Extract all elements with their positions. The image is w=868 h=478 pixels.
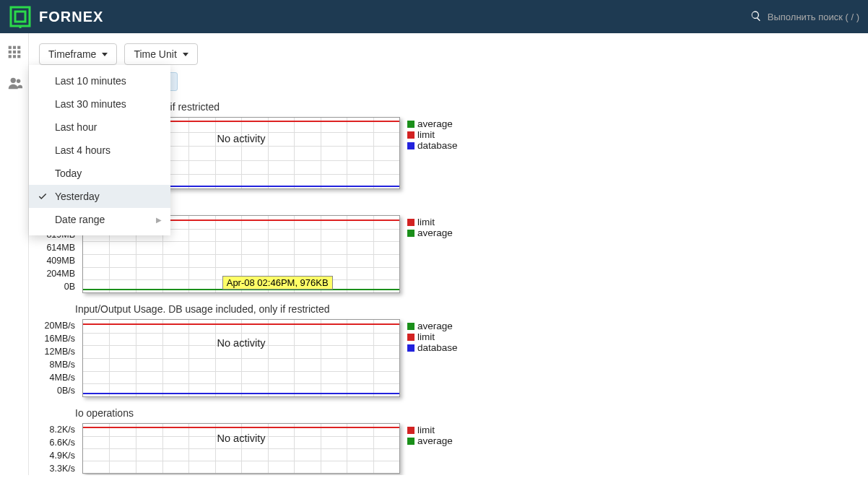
timeunit-dropdown-button[interactable]: Time Unit — [124, 43, 197, 65]
search-placeholder-text: Выполнить поиск ( / ) — [768, 12, 859, 22]
chart-title: Io operations — [39, 407, 858, 419]
brand-name: FORNEX — [39, 9, 103, 25]
dropdown-item-label: Date range — [55, 214, 105, 225]
y-tick: 0B/s — [39, 384, 75, 397]
chart-line-red — [83, 427, 399, 428]
no-activity-text: No activity — [217, 337, 266, 349]
y-tick: 4MB/s — [39, 371, 75, 384]
users-icon[interactable] — [7, 75, 22, 90]
no-activity-text: No activity — [217, 133, 266, 144]
y-tick: 16MB/s — [39, 332, 75, 345]
dropdown-item-last-10-minutes[interactable]: Last 10 minutes — [29, 69, 170, 92]
y-tick: 20MB/s — [39, 319, 75, 332]
legend-label: average — [417, 435, 453, 446]
timeframe-dropdown-menu: Last 10 minutesLast 30 minutesLast hourL… — [29, 65, 170, 235]
legend-item: database — [407, 342, 458, 353]
y-tick: 409MB — [39, 254, 75, 267]
brand-logo-icon — [9, 5, 32, 28]
dropdown-item-date-range[interactable]: Date range▶ — [29, 208, 170, 231]
legend-label: average — [417, 321, 453, 331]
legend-label: average — [417, 118, 453, 129]
app-header: FORNEX Выполнить поиск ( / ) — [0, 0, 868, 33]
chevron-right-icon: ▶ — [156, 216, 162, 224]
svg-rect-6 — [17, 46, 20, 49]
legend-color-swatch — [407, 131, 415, 139]
dropdown-item-label: Last 30 minutes — [55, 98, 126, 110]
svg-rect-11 — [12, 55, 15, 58]
legend-label: average — [417, 227, 453, 238]
legend-color-swatch — [407, 438, 415, 445]
dropdown-item-label: Last 4 hours — [55, 144, 110, 156]
y-tick: 8MB/s — [39, 358, 75, 371]
legend-item: average — [407, 227, 453, 238]
chart-legend: limitaverage — [407, 215, 453, 238]
search-area[interactable]: Выполнить поиск ( / ) — [750, 10, 859, 24]
legend-color-swatch — [407, 219, 415, 226]
legend-color-swatch — [407, 121, 415, 128]
legend-color-swatch — [407, 334, 415, 341]
tab-row: Hour — [140, 72, 858, 91]
svg-rect-8 — [12, 51, 15, 53]
svg-rect-5 — [12, 46, 15, 49]
svg-rect-9 — [17, 51, 20, 53]
dropdown-item-last-30-minutes[interactable]: Last 30 minutes — [29, 92, 170, 116]
legend-item: limit — [407, 331, 458, 342]
svg-rect-12 — [17, 55, 20, 58]
dropdown-item-label: Last hour — [55, 121, 97, 133]
chart-block: Input/Output Usage. DB usage included, o… — [39, 303, 858, 397]
dropdown-item-label: Today — [55, 168, 82, 179]
dropdown-item-last-4-hours[interactable]: Last 4 hours — [29, 139, 170, 162]
legend-item: limit — [407, 129, 458, 140]
svg-rect-0 — [11, 7, 30, 26]
svg-rect-7 — [8, 51, 11, 53]
legend-label: limit — [417, 217, 435, 227]
chart-title: Input/Output Usage. DB usage included, o… — [39, 303, 858, 315]
svg-rect-1 — [15, 12, 25, 22]
y-tick: 12MB/s — [39, 345, 75, 358]
dropdown-item-label: Yesterday — [55, 191, 100, 202]
legend-item: average — [407, 435, 453, 446]
chart-row: 8.2K/s6.6K/s4.9K/s3.3K/sNo activitylimit… — [39, 423, 858, 475]
legend-label: limit — [417, 425, 435, 435]
dropdown-item-label: Last 10 minutes — [55, 75, 126, 87]
legend-label: database — [417, 140, 458, 151]
timeframe-label: Timeframe — [48, 48, 96, 60]
chart-plot: No activity — [82, 423, 400, 474]
left-sidebar — [0, 33, 29, 475]
legend-item: database — [407, 140, 458, 151]
chart-legend: limitaverage — [407, 423, 453, 446]
dropdown-item-today[interactable]: Today — [29, 162, 170, 185]
legend-item: average — [407, 321, 458, 331]
chart-plot: No activity — [82, 319, 400, 397]
y-tick: 4.9K/s — [39, 449, 75, 462]
legend-item: average — [407, 118, 458, 129]
grid-icon[interactable] — [7, 45, 22, 59]
search-icon — [750, 10, 762, 24]
logo-area: FORNEX — [9, 5, 103, 28]
chart-row: 20MB/s16MB/s12MB/s8MB/s4MB/s0B/sNo activ… — [39, 319, 858, 397]
svg-point-13 — [10, 78, 15, 83]
timeunit-label: Time Unit — [134, 48, 176, 60]
chart-block: Io operations8.2K/s6.6K/s4.9K/s3.3K/sNo … — [39, 407, 858, 475]
legend-item: limit — [407, 425, 453, 435]
no-activity-text: No activity — [217, 433, 266, 444]
dropdown-item-last-hour[interactable]: Last hour — [29, 116, 170, 139]
legend-label: limit — [417, 331, 435, 342]
legend-color-swatch — [407, 230, 415, 237]
legend-label: database — [417, 342, 458, 353]
legend-color-swatch — [407, 142, 415, 149]
y-axis: 8.2K/s6.6K/s4.9K/s3.3K/s — [39, 423, 75, 475]
y-tick: 204MB — [39, 267, 75, 280]
svg-rect-4 — [8, 46, 11, 49]
dropdown-item-yesterday[interactable]: Yesterday — [29, 185, 170, 208]
chart-legend: averagelimitdatabase — [407, 117, 458, 151]
svg-rect-10 — [8, 55, 11, 58]
y-tick: 614MB — [39, 241, 75, 254]
legend-color-swatch — [407, 323, 415, 330]
caret-down-icon — [183, 53, 188, 56]
legend-item: limit — [407, 217, 453, 227]
chart-legend: averagelimitdatabase — [407, 319, 458, 353]
chart-tooltip: Apr-08 02:46PM, 976KB — [222, 276, 333, 290]
timeframe-dropdown-button[interactable]: Timeframe — [39, 43, 117, 65]
y-tick: 6.6K/s — [39, 436, 75, 449]
